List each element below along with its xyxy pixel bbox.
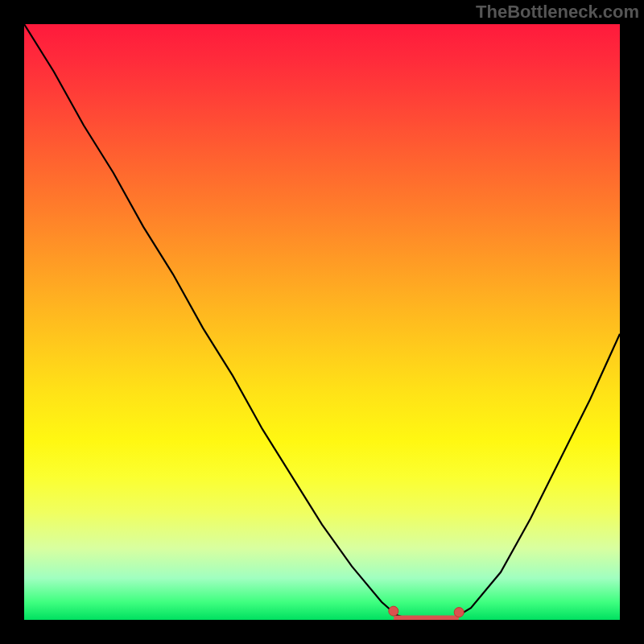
marker-1 [454,608,464,617]
plot-area [24,24,620,620]
watermark: TheBottleneck.com [476,2,639,23]
chart-container: TheBottleneck.com [0,0,644,644]
marker-0 [389,606,398,616]
curve-path [24,24,620,620]
bottleneck-curve [24,24,620,620]
